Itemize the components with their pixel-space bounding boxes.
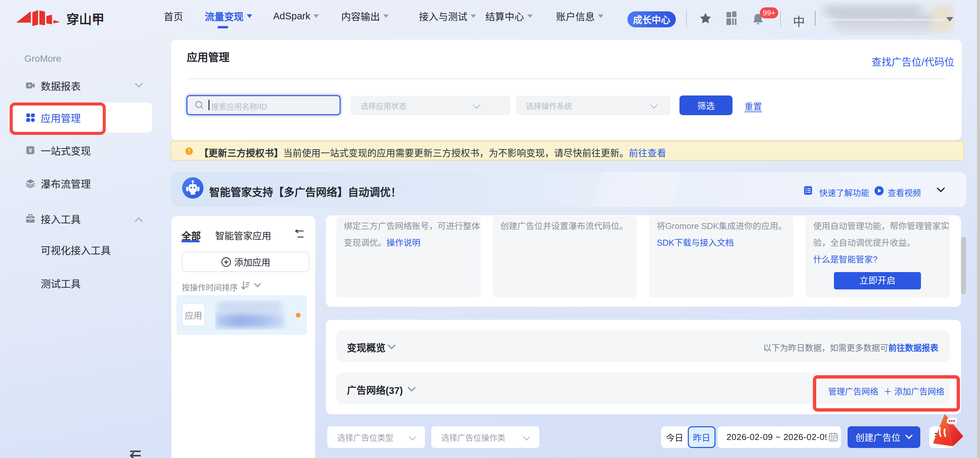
- svg-text:¥: ¥: [29, 147, 32, 154]
